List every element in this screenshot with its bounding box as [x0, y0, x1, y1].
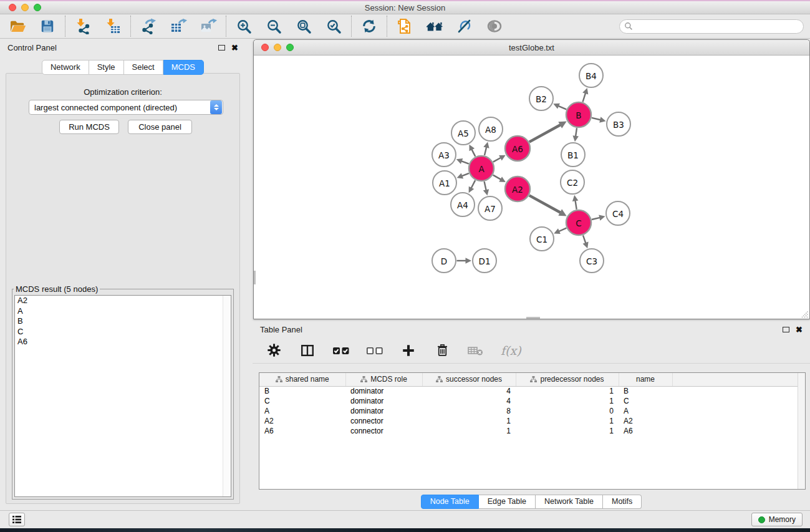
table-cell[interactable]: B: [619, 386, 672, 396]
table-cell[interactable]: C: [259, 396, 345, 406]
table-cell[interactable]: 1: [422, 426, 516, 436]
graph-edge[interactable]: [592, 118, 601, 120]
mcds-result-item[interactable]: A2: [15, 296, 231, 306]
mcds-result-item[interactable]: C: [15, 327, 231, 337]
zoom-in-icon[interactable]: [235, 17, 253, 35]
table-row[interactable]: Cdominator41C: [259, 396, 805, 406]
graph-edge[interactable]: [583, 92, 586, 102]
column-header-predecessor-nodes[interactable]: predecessor nodes: [516, 373, 619, 386]
export-network-icon[interactable]: [140, 17, 157, 35]
hide-graphics-details-icon[interactable]: [456, 17, 473, 35]
task-history-button[interactable]: [9, 513, 25, 526]
houses-icon[interactable]: [426, 17, 443, 35]
network-document-icon[interactable]: [396, 17, 413, 35]
zoom-out-icon[interactable]: [265, 17, 282, 35]
table-settings-gear-icon[interactable]: [265, 342, 282, 359]
open-session-icon[interactable]: [9, 17, 26, 35]
mcds-result-item[interactable]: A: [15, 306, 231, 317]
column-header-successor-nodes[interactable]: successor nodes: [422, 373, 516, 386]
save-session-icon[interactable]: [39, 17, 56, 35]
network-window-titlebar[interactable]: testGlobe.txt: [254, 40, 809, 56]
optimization-criterion-select[interactable]: largest connected component (directed): [29, 100, 223, 115]
graph-edge[interactable]: [558, 228, 566, 232]
network-canvas[interactable]: B4B2BB3A5A8A6B1A3AA1C2A2A4A7C4CC1C3DD1: [254, 56, 809, 319]
resize-grip-icon[interactable]: [800, 309, 809, 318]
table-cell[interactable]: A6: [259, 426, 345, 436]
graph-edge[interactable]: [557, 105, 566, 109]
table-row[interactable]: Bdominator41B: [259, 386, 805, 396]
tab-mcds[interactable]: MCDS: [163, 60, 204, 75]
table-row[interactable]: A2connector11A2: [259, 416, 805, 426]
graph-edge[interactable]: [575, 200, 576, 210]
table-cell[interactable]: 4: [422, 396, 516, 406]
table-cell[interactable]: 1: [516, 386, 619, 396]
table-cell[interactable]: 4: [422, 386, 516, 396]
close-table-panel-icon[interactable]: ✖: [796, 326, 803, 334]
close-panel-icon[interactable]: ✖: [231, 44, 238, 52]
table-cell[interactable]: A2: [259, 416, 345, 426]
graph-edge[interactable]: [485, 181, 486, 191]
deselect-all-checkboxes-icon[interactable]: [366, 342, 383, 359]
tab-motifs[interactable]: Motifs: [603, 495, 642, 509]
table-cell[interactable]: dominator: [345, 386, 422, 396]
graph-edge[interactable]: [471, 148, 475, 156]
export-image-icon[interactable]: [200, 17, 217, 35]
tab-edge-table[interactable]: Edge Table: [479, 495, 536, 509]
table-cell[interactable]: B: [259, 386, 345, 396]
table-cell[interactable]: A: [619, 406, 672, 416]
search-input[interactable]: [619, 19, 804, 34]
table-cell[interactable]: 0: [516, 406, 619, 416]
table-cell[interactable]: 8: [422, 406, 516, 416]
graph-edge[interactable]: [529, 124, 561, 142]
table-cell[interactable]: 1: [516, 426, 619, 436]
table-cell[interactable]: 1: [516, 416, 619, 426]
delete-column-trash-icon[interactable]: [433, 342, 451, 359]
column-header-MCDS-role[interactable]: MCDS role: [345, 373, 422, 386]
graph-edge[interactable]: [471, 180, 475, 189]
export-table-icon[interactable]: [170, 17, 187, 35]
graph-edge[interactable]: [576, 128, 577, 137]
float-panel-icon[interactable]: [218, 45, 225, 51]
graph-edge[interactable]: [461, 161, 469, 164]
table-cell[interactable]: connector: [345, 426, 422, 436]
tab-network[interactable]: Network: [42, 60, 89, 75]
graph-edge[interactable]: [583, 235, 586, 244]
eye-icon[interactable]: [486, 17, 503, 35]
zoom-selected-icon[interactable]: [325, 17, 342, 35]
table-row[interactable]: A6connector11A6: [259, 426, 805, 436]
graph-edge[interactable]: [493, 175, 502, 180]
table-row[interactable]: Adominator80A: [259, 406, 805, 416]
import-network-icon[interactable]: [74, 17, 92, 35]
node-table-grid[interactable]: shared nameMCDS rolesuccessor nodesprede…: [259, 373, 805, 436]
mcds-result-list[interactable]: A2ABCA6: [14, 295, 231, 497]
table-cell[interactable]: dominator: [345, 396, 422, 406]
tab-node-table[interactable]: Node Table: [421, 495, 479, 509]
vertical-scroll-thumb[interactable]: [254, 271, 256, 284]
table-cell[interactable]: A2: [619, 416, 672, 426]
horizontal-scroll-thumb[interactable]: [526, 317, 540, 319]
result-list-scrollbar[interactable]: [223, 296, 231, 496]
table-cell[interactable]: A6: [619, 426, 672, 436]
float-table-panel-icon[interactable]: [783, 327, 789, 332]
graph-edge[interactable]: [493, 157, 501, 162]
table-cell[interactable]: dominator: [345, 406, 422, 416]
table-cell[interactable]: A: [259, 406, 345, 416]
graph-edge[interactable]: [485, 147, 486, 155]
select-all-checkboxes-icon[interactable]: [332, 342, 350, 359]
table-cell[interactable]: 1: [422, 416, 516, 426]
mcds-result-item[interactable]: B: [15, 316, 231, 327]
memory-button[interactable]: Memory: [751, 513, 803, 526]
tab-style[interactable]: Style: [89, 60, 124, 75]
graph-edge[interactable]: [592, 218, 600, 220]
add-column-icon[interactable]: [400, 342, 417, 359]
table-cell[interactable]: 1: [516, 396, 619, 406]
column-header-shared-name[interactable]: shared name: [259, 373, 345, 386]
tab-network-table[interactable]: Network Table: [536, 495, 603, 509]
table-cell[interactable]: connector: [345, 416, 422, 426]
column-view-icon[interactable]: [299, 342, 316, 359]
refresh-icon[interactable]: [360, 17, 378, 35]
run-mcds-button[interactable]: Run MCDS: [59, 120, 119, 134]
tab-select[interactable]: Select: [124, 60, 163, 75]
close-panel-button[interactable]: Close panel: [128, 120, 192, 134]
table-cell[interactable]: C: [619, 396, 672, 406]
